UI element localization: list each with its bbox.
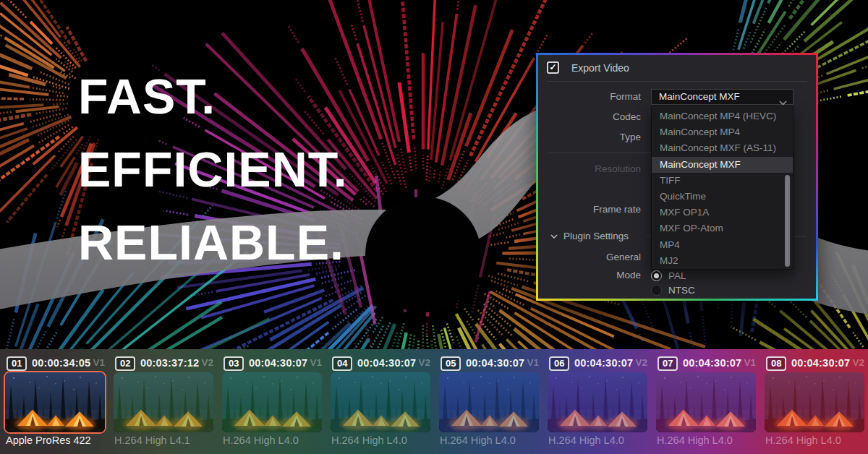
plugin-settings-label: Plugin Settings xyxy=(563,231,629,241)
clip-number-badge: 05 xyxy=(441,356,461,371)
clip-codec-label: Apple ProRes 422 xyxy=(6,434,91,446)
header-divider xyxy=(547,81,807,82)
clip-track-label: V1 xyxy=(744,357,756,368)
export-dialog-panel: ✓ Export Video Format Codec Type Resolut… xyxy=(538,55,816,299)
clip-codec-label: H.264 High L4.0 xyxy=(657,434,733,446)
pal-label: PAL xyxy=(668,270,686,281)
mode-option-ntsc[interactable]: NTSC xyxy=(651,284,695,296)
clip-tint-overlay xyxy=(222,372,322,432)
clip-tint-overlay xyxy=(656,372,756,432)
clip-codec-label: H.264 High L4.0 xyxy=(765,434,841,446)
clip-timecode: 00:04:30:07 xyxy=(249,357,307,369)
mode-label: Mode xyxy=(538,267,641,283)
dropdown-option[interactable]: MainConcept MXF xyxy=(652,157,793,173)
clip-codec-label: H.264 High L4.0 xyxy=(440,434,516,446)
format-select-value: MainConcept MXF xyxy=(659,91,740,102)
camp-scene-image xyxy=(5,372,105,432)
clip-thumbnail[interactable] xyxy=(331,372,430,432)
plugin-settings-toggle[interactable]: Plugin Settings xyxy=(550,228,629,244)
clip-track-label: V2 xyxy=(635,357,647,368)
export-dialog-header: ✓ Export Video xyxy=(538,55,816,81)
export-video-checkbox[interactable]: ✓ xyxy=(547,61,559,74)
dropdown-option[interactable]: MainConcept MXF (AS-11) xyxy=(652,140,793,156)
export-video-label: Export Video xyxy=(571,55,629,81)
mode-option-pal[interactable]: PAL xyxy=(651,270,686,282)
clip-thumbnail[interactable] xyxy=(222,372,322,432)
clip-track-label: V2 xyxy=(852,357,864,368)
clip-number-badge: 07 xyxy=(658,356,678,371)
clip-thumbnail[interactable] xyxy=(765,372,864,432)
dropdown-option[interactable]: QuickTime xyxy=(652,189,793,205)
clip-tint-overlay xyxy=(765,372,864,432)
clip-track-label: V1 xyxy=(310,357,322,368)
clip-codec-label: H.264 High L4.0 xyxy=(223,434,299,446)
export-dialog: ✓ Export Video Format Codec Type Resolut… xyxy=(536,53,818,301)
hero-line: RELIABLE. xyxy=(78,206,348,279)
radio-selected-icon[interactable] xyxy=(651,270,662,281)
clip-number-badge: 06 xyxy=(549,356,569,371)
dropdown-option[interactable]: TIFF xyxy=(652,173,793,189)
timeline-clip[interactable]: 01 00:00:34:05 V1 Apple ProRes 422 xyxy=(0,349,109,454)
clip-tint-overlay xyxy=(114,372,213,432)
timeline-clip[interactable]: 06 00:04:30:07 V2 H.264 High L4.0 xyxy=(542,349,651,454)
clip-thumbnail[interactable] xyxy=(548,372,647,432)
clip-track-label: V2 xyxy=(201,357,213,368)
clip-number-badge: 02 xyxy=(115,356,135,371)
clip-track-label: V1 xyxy=(527,357,539,368)
resolution-label: Resolution xyxy=(538,161,641,177)
dropdown-option[interactable]: MXF OP1A xyxy=(652,205,793,220)
dropdown-option[interactable]: MXF OP-Atom xyxy=(652,220,793,236)
clip-timecode: 00:04:30:07 xyxy=(357,357,416,369)
clip-number-badge: 03 xyxy=(224,356,244,371)
general-label: General xyxy=(538,249,641,265)
frame-rate-label: Frame rate xyxy=(538,202,641,218)
clip-codec-label: H.264 High L4.1 xyxy=(114,434,190,446)
dropdown-option[interactable]: MainConcept MP4 (HEVC) xyxy=(652,108,793,124)
type-label: Type xyxy=(538,129,641,145)
timeline-clip[interactable]: 07 00:04:30:07 V1 H.264 High L4.0 xyxy=(651,349,760,454)
clip-codec-label: H.264 High L4.0 xyxy=(548,434,624,446)
timeline-clip[interactable]: 05 00:04:30:07 V1 H.264 High L4.0 xyxy=(434,349,542,454)
clip-thumbnail[interactable] xyxy=(656,372,756,432)
dropdown-option[interactable]: MP4 xyxy=(652,237,793,253)
clip-number-badge: 01 xyxy=(7,356,27,371)
timeline-strip: 01 00:00:34:05 V1 Apple ProRes 422 02 00… xyxy=(0,349,868,454)
clip-timecode: 00:04:30:07 xyxy=(574,357,633,369)
hero-line: EFFICIENT. xyxy=(78,133,348,206)
clip-thumbnail[interactable] xyxy=(114,372,213,432)
codec-label: Codec xyxy=(538,109,641,125)
clip-tint-overlay xyxy=(548,372,647,432)
radio-unselected-icon[interactable] xyxy=(651,285,662,296)
dropdown-scrollbar-thumb[interactable] xyxy=(785,175,790,267)
format-select[interactable]: MainConcept MXF xyxy=(651,89,793,105)
clip-number-badge: 08 xyxy=(766,356,786,371)
timeline-clip[interactable]: 04 00:04:30:07 V2 H.264 High L4.0 xyxy=(326,349,434,454)
clip-timecode: 00:04:30:07 xyxy=(791,357,850,369)
clip-thumbnail[interactable] xyxy=(439,372,539,432)
clip-thumbnail[interactable] xyxy=(5,372,105,432)
clip-track-label: V2 xyxy=(418,357,430,368)
clip-timecode: 00:04:30:07 xyxy=(466,357,524,369)
center-hole xyxy=(365,197,481,312)
clip-track-label: V1 xyxy=(93,357,105,368)
clip-tint-overlay xyxy=(439,372,539,432)
hero-line: FAST. xyxy=(78,60,348,133)
dropdown-option[interactable]: MJ2 xyxy=(652,253,793,269)
timeline-clip[interactable]: 02 00:03:37:12 V2 H.264 High L4.1 xyxy=(109,349,217,454)
clip-timecode: 00:04:30:07 xyxy=(683,357,741,369)
ntsc-label: NTSC xyxy=(668,285,695,296)
clip-codec-label: H.264 High L4.0 xyxy=(331,434,407,446)
format-dropdown-list: MainConcept MP4 (HEVC)MainConcept MP4Mai… xyxy=(651,106,793,270)
timeline-clip[interactable]: 03 00:04:30:07 V1 H.264 High L4.0 xyxy=(217,349,326,454)
timeline-clip[interactable]: 08 00:04:30:07 V2 H.264 High L4.0 xyxy=(760,349,868,454)
dropdown-option[interactable]: MainConcept MP4 xyxy=(652,124,793,140)
clip-tint-overlay xyxy=(331,372,430,432)
clip-number-badge: 04 xyxy=(332,356,352,371)
format-label: Format xyxy=(538,89,641,105)
clip-timecode: 00:00:34:05 xyxy=(32,357,90,369)
chevron-down-icon xyxy=(550,228,558,244)
hero-headline: FAST. EFFICIENT. RELIABLE. xyxy=(78,60,348,279)
clip-timecode: 00:03:37:12 xyxy=(140,357,199,369)
